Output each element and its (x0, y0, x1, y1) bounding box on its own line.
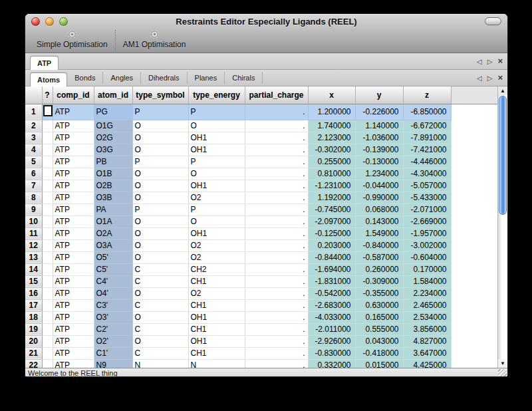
row-number[interactable]: 13 (25, 251, 42, 263)
scroll-tabs-left-icon[interactable]: ◁ (477, 74, 482, 82)
cell-x[interactable]: -0.830000 (308, 347, 355, 359)
cell-atom-id[interactable]: O1B (94, 168, 132, 180)
cell-z[interactable]: 0.170000 (403, 263, 451, 275)
cell-partial-charge[interactable]: . (245, 215, 308, 227)
row-number[interactable]: 20 (25, 335, 42, 347)
row-number[interactable]: 19 (25, 323, 42, 335)
cell-y[interactable]: -0.139000 (355, 144, 403, 156)
title-bar[interactable]: Restraints Editor Especially Ligands (RE… (25, 14, 507, 29)
row-number[interactable]: 14 (25, 263, 42, 275)
scroll-tabs-right-icon[interactable]: ▷ (487, 58, 493, 65)
vertical-scrollbar[interactable]: ▲ ▼ (497, 86, 507, 368)
cell-x[interactable]: -0.844000 (308, 251, 355, 263)
cell-type-energy[interactable]: O2 (188, 239, 245, 251)
row-number[interactable]: 5 (25, 156, 42, 168)
cell-z[interactable]: -3.002000 (403, 239, 451, 251)
cell-z[interactable]: -5.433000 (403, 192, 451, 204)
cell-type-energy[interactable]: OH1 (188, 132, 245, 144)
scroll-tabs-left-icon[interactable]: ◁ (477, 58, 482, 65)
cell-type-energy[interactable]: O (188, 168, 245, 180)
cell-comp-id[interactable]: ATP (53, 263, 94, 275)
cell-atom-id[interactable]: O2A (94, 227, 132, 239)
row-number[interactable]: 18 (25, 311, 42, 323)
resize-grip[interactable] (498, 369, 507, 377)
scrollbar-thumb[interactable] (499, 96, 507, 215)
cell-y[interactable]: 1.140000 (355, 120, 403, 132)
cell-type-symbol[interactable]: O (132, 311, 188, 323)
cell-y[interactable]: -0.418000 (355, 347, 403, 359)
cell-type-symbol[interactable]: O (132, 192, 188, 204)
cell-x[interactable]: 0.203000 (308, 239, 355, 251)
cell-partial-charge[interactable]: . (245, 335, 308, 347)
column-header-z[interactable]: z (403, 86, 451, 104)
row-number[interactable]: 17 (25, 299, 42, 311)
cell-flag[interactable] (42, 180, 53, 192)
cell-type-symbol[interactable]: C (132, 323, 188, 335)
column-header-partial-charge[interactable]: partial_charge (245, 86, 308, 104)
cell-type-energy[interactable]: OH1 (188, 311, 245, 323)
table-row[interactable]: 21 ATP C1' C CH1 . -0.830000 -0.418000 3… (25, 347, 498, 359)
table-row[interactable]: 3 ATP O2G O OH1 . 2.123000 -1.036000 -7.… (25, 132, 498, 144)
cell-x[interactable]: -4.033000 (308, 311, 355, 323)
row-number[interactable]: 11 (25, 227, 42, 239)
cell-type-energy[interactable]: P (188, 156, 245, 168)
table-row[interactable]: 11 ATP O2A O OH1 . -0.125000 1.549000 -1… (25, 227, 498, 239)
cell-y[interactable]: -0.309000 (355, 275, 403, 287)
cell-comp-id[interactable]: ATP (53, 347, 94, 359)
row-number[interactable]: 12 (25, 239, 42, 251)
cell-type-energy[interactable]: O2 (188, 251, 245, 263)
cell-flag[interactable] (42, 204, 53, 215)
cell-y[interactable]: -0.840000 (355, 239, 403, 251)
table-row[interactable]: 1 ATP PG P P . 1.200000 -0.226000 -6.850… (25, 104, 498, 120)
cell-flag[interactable] (42, 215, 53, 227)
cell-type-symbol[interactable]: O (132, 215, 188, 227)
cell-type-energy[interactable]: P (188, 204, 245, 215)
cell-y[interactable]: 0.165000 (355, 311, 403, 323)
cell-z[interactable]: -7.421000 (403, 144, 451, 156)
cell-type-symbol[interactable]: O (132, 239, 188, 251)
cell-comp-id[interactable]: ATP (53, 144, 94, 156)
cell-z[interactable]: 4.827000 (403, 335, 451, 347)
cell-y[interactable]: 0.043000 (355, 335, 403, 347)
cell-atom-id[interactable]: O3B (94, 192, 132, 204)
cell-atom-id[interactable]: O3' (94, 311, 132, 323)
table-row[interactable]: 9 ATP PA P P . -0.745000 0.068000 -2.071… (25, 204, 498, 215)
cell-x[interactable]: 1.740000 (308, 120, 355, 132)
cell-comp-id[interactable]: ATP (53, 323, 94, 335)
cell-z[interactable]: -5.057000 (403, 180, 451, 192)
cell-comp-id[interactable]: ATP (53, 215, 94, 227)
row-number[interactable]: 3 (25, 132, 42, 144)
cell-z[interactable]: -6.672000 (403, 120, 451, 132)
cell-y[interactable]: -0.990000 (355, 192, 403, 204)
cell-comp-id[interactable]: ATP (53, 120, 94, 132)
cell-y[interactable]: -0.355000 (355, 287, 403, 299)
cell-comp-id[interactable]: ATP (53, 180, 94, 192)
cell-atom-id[interactable]: O4' (94, 287, 132, 299)
cell-comp-id[interactable]: ATP (53, 204, 94, 215)
cell-x[interactable]: 0.255000 (308, 156, 355, 168)
scrollbar-track[interactable] (498, 95, 507, 359)
cell-partial-charge[interactable]: . (245, 227, 308, 239)
tab-atp[interactable]: ATP (30, 56, 59, 70)
cell-type-symbol[interactable]: O (132, 144, 188, 156)
cell-y[interactable]: 1.234000 (355, 168, 403, 180)
cell-type-energy[interactable]: CH1 (188, 275, 245, 287)
table-row[interactable]: 8 ATP O3B O O2 . 1.192000 -0.990000 -5.4… (25, 192, 498, 204)
cell-x[interactable]: -2.097000 (308, 215, 355, 227)
cell-comp-id[interactable]: ATP (53, 299, 94, 311)
row-number[interactable]: 4 (25, 144, 42, 156)
cell-y[interactable]: -0.587000 (355, 251, 403, 263)
cell-flag[interactable] (42, 263, 53, 275)
row-number[interactable]: 10 (25, 215, 42, 227)
cell-atom-id[interactable]: O1G (94, 120, 132, 132)
cell-flag[interactable] (42, 144, 53, 156)
close-tab-icon[interactable]: × (497, 58, 503, 65)
table-row[interactable]: 10 ATP O1A O O . -2.097000 0.143000 -2.6… (25, 215, 498, 227)
cell-z[interactable]: 1.584000 (403, 275, 451, 287)
cell-x[interactable]: 0.810000 (308, 168, 355, 180)
cell-z[interactable]: -6.850000 (403, 104, 451, 120)
column-header-atom-id[interactable]: atom_id (94, 86, 132, 104)
cell-atom-id[interactable]: O1A (94, 215, 132, 227)
cell-atom-id[interactable]: C4' (94, 275, 132, 287)
cell-flag[interactable] (42, 251, 53, 263)
